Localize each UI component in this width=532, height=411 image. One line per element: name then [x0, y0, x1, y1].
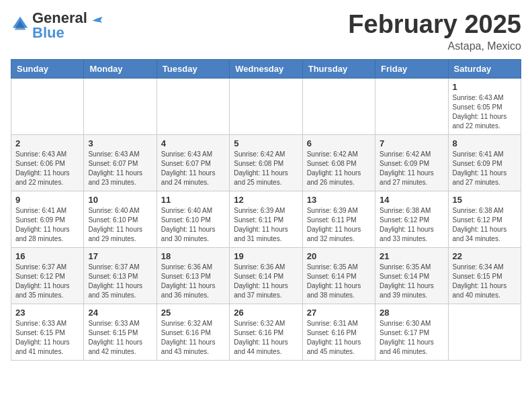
col-friday: Friday	[375, 59, 448, 78]
calendar-cell: 27Sunrise: 6:31 AM Sunset: 6:16 PM Dayli…	[302, 304, 375, 360]
page-header: General Blue February 2025 Astapa, Mexic…	[11, 11, 521, 52]
day-info: Sunrise: 6:42 AM Sunset: 6:08 PM Dayligh…	[234, 150, 298, 187]
calendar-cell	[375, 78, 448, 134]
day-info: Sunrise: 6:38 AM Sunset: 6:12 PM Dayligh…	[453, 206, 517, 244]
logo-icon	[11, 15, 30, 34]
day-number: 6	[307, 138, 371, 148]
calendar-cell	[84, 78, 157, 134]
calendar-cell: 4Sunrise: 6:43 AM Sunset: 6:07 PM Daylig…	[157, 134, 229, 191]
calendar-cell: 2Sunrise: 6:43 AM Sunset: 6:06 PM Daylig…	[11, 134, 84, 191]
day-info: Sunrise: 6:41 AM Sunset: 6:09 PM Dayligh…	[453, 150, 517, 187]
day-number: 25	[161, 308, 225, 318]
col-saturday: Saturday	[448, 59, 521, 78]
calendar-cell: 5Sunrise: 6:42 AM Sunset: 6:08 PM Daylig…	[230, 134, 302, 191]
day-info: Sunrise: 6:43 AM Sunset: 6:07 PM Dayligh…	[161, 150, 225, 187]
day-number: 27	[307, 308, 371, 318]
day-info: Sunrise: 6:30 AM Sunset: 6:17 PM Dayligh…	[380, 319, 443, 357]
day-number: 7	[380, 138, 443, 148]
day-number: 18	[161, 251, 225, 261]
day-number: 8	[453, 138, 517, 148]
col-monday: Monday	[84, 59, 157, 78]
day-number: 2	[15, 138, 79, 148]
day-info: Sunrise: 6:39 AM Sunset: 6:11 PM Dayligh…	[307, 206, 371, 244]
calendar-cell: 16Sunrise: 6:37 AM Sunset: 6:12 PM Dayli…	[11, 247, 84, 304]
day-info: Sunrise: 6:39 AM Sunset: 6:11 PM Dayligh…	[234, 206, 298, 244]
day-number: 5	[234, 138, 298, 148]
day-info: Sunrise: 6:40 AM Sunset: 6:10 PM Dayligh…	[161, 206, 225, 244]
day-info: Sunrise: 6:33 AM Sunset: 6:15 PM Dayligh…	[88, 319, 152, 357]
day-info: Sunrise: 6:37 AM Sunset: 6:12 PM Dayligh…	[15, 263, 79, 300]
col-sunday: Sunday	[11, 59, 84, 78]
location-subtitle: Astapa, Mexico	[348, 40, 521, 52]
calendar-cell: 11Sunrise: 6:40 AM Sunset: 6:10 PM Dayli…	[157, 191, 229, 247]
calendar-table: Sunday Monday Tuesday Wednesday Thursday…	[11, 59, 521, 361]
day-number: 10	[88, 195, 152, 205]
calendar-cell: 28Sunrise: 6:30 AM Sunset: 6:17 PM Dayli…	[375, 304, 448, 360]
day-info: Sunrise: 6:31 AM Sunset: 6:16 PM Dayligh…	[307, 319, 371, 357]
day-number: 12	[234, 195, 298, 205]
day-info: Sunrise: 6:32 AM Sunset: 6:16 PM Dayligh…	[234, 319, 298, 357]
calendar-cell	[157, 78, 229, 134]
day-info: Sunrise: 6:37 AM Sunset: 6:13 PM Dayligh…	[88, 263, 152, 300]
day-info: Sunrise: 6:32 AM Sunset: 6:16 PM Dayligh…	[161, 319, 225, 357]
day-info: Sunrise: 6:33 AM Sunset: 6:15 PM Dayligh…	[15, 319, 79, 357]
day-number: 13	[307, 195, 371, 205]
calendar-cell: 14Sunrise: 6:38 AM Sunset: 6:12 PM Dayli…	[375, 191, 448, 247]
logo-plane-icon	[91, 15, 103, 25]
day-info: Sunrise: 6:34 AM Sunset: 6:15 PM Dayligh…	[453, 263, 517, 300]
week-row-3: 9Sunrise: 6:41 AM Sunset: 6:09 PM Daylig…	[11, 191, 521, 247]
calendar-cell: 22Sunrise: 6:34 AM Sunset: 6:15 PM Dayli…	[448, 247, 521, 304]
day-number: 17	[88, 251, 152, 261]
day-number: 4	[161, 138, 225, 148]
week-row-2: 2Sunrise: 6:43 AM Sunset: 6:06 PM Daylig…	[11, 134, 521, 191]
calendar-cell: 9Sunrise: 6:41 AM Sunset: 6:09 PM Daylig…	[11, 191, 84, 247]
day-number: 28	[380, 308, 443, 318]
col-tuesday: Tuesday	[157, 59, 229, 78]
day-number: 9	[15, 195, 79, 205]
day-number: 3	[88, 138, 152, 148]
day-number: 22	[453, 251, 517, 261]
day-info: Sunrise: 6:35 AM Sunset: 6:14 PM Dayligh…	[307, 263, 371, 300]
calendar-cell: 23Sunrise: 6:33 AM Sunset: 6:15 PM Dayli…	[11, 304, 84, 360]
calendar-cell: 15Sunrise: 6:38 AM Sunset: 6:12 PM Dayli…	[448, 191, 521, 247]
day-number: 11	[161, 195, 225, 205]
day-number: 23	[15, 308, 79, 318]
calendar-cell: 1Sunrise: 6:43 AM Sunset: 6:05 PM Daylig…	[448, 78, 521, 134]
day-number: 15	[453, 195, 517, 205]
day-info: Sunrise: 6:35 AM Sunset: 6:14 PM Dayligh…	[380, 263, 443, 300]
day-info: Sunrise: 6:36 AM Sunset: 6:13 PM Dayligh…	[161, 263, 225, 300]
day-number: 16	[15, 251, 79, 261]
calendar-cell	[230, 78, 302, 134]
col-thursday: Thursday	[302, 59, 375, 78]
day-info: Sunrise: 6:43 AM Sunset: 6:06 PM Dayligh…	[15, 150, 79, 187]
day-info: Sunrise: 6:41 AM Sunset: 6:09 PM Dayligh…	[15, 206, 79, 244]
calendar-cell	[11, 78, 84, 134]
calendar-cell: 6Sunrise: 6:42 AM Sunset: 6:08 PM Daylig…	[302, 134, 375, 191]
month-year-title: February 2025	[348, 11, 521, 39]
day-number: 14	[380, 195, 443, 205]
day-info: Sunrise: 6:42 AM Sunset: 6:09 PM Dayligh…	[380, 150, 443, 187]
logo: General Blue	[11, 11, 103, 40]
day-info: Sunrise: 6:43 AM Sunset: 6:07 PM Dayligh…	[88, 150, 152, 187]
calendar-cell: 17Sunrise: 6:37 AM Sunset: 6:13 PM Dayli…	[84, 247, 157, 304]
day-number: 26	[234, 308, 298, 318]
day-number: 1	[453, 82, 517, 92]
calendar-cell: 3Sunrise: 6:43 AM Sunset: 6:07 PM Daylig…	[84, 134, 157, 191]
day-info: Sunrise: 6:42 AM Sunset: 6:08 PM Dayligh…	[307, 150, 371, 187]
day-info: Sunrise: 6:40 AM Sunset: 6:10 PM Dayligh…	[88, 206, 152, 244]
calendar-cell	[302, 78, 375, 134]
logo-blue: Blue	[32, 24, 64, 41]
calendar-header-row: Sunday Monday Tuesday Wednesday Thursday…	[11, 59, 521, 78]
calendar-cell: 25Sunrise: 6:32 AM Sunset: 6:16 PM Dayli…	[157, 304, 229, 360]
calendar-cell: 20Sunrise: 6:35 AM Sunset: 6:14 PM Dayli…	[302, 247, 375, 304]
calendar-cell: 12Sunrise: 6:39 AM Sunset: 6:11 PM Dayli…	[230, 191, 302, 247]
calendar-cell: 26Sunrise: 6:32 AM Sunset: 6:16 PM Dayli…	[230, 304, 302, 360]
calendar-cell: 13Sunrise: 6:39 AM Sunset: 6:11 PM Dayli…	[302, 191, 375, 247]
calendar-cell: 21Sunrise: 6:35 AM Sunset: 6:14 PM Dayli…	[375, 247, 448, 304]
day-info: Sunrise: 6:36 AM Sunset: 6:14 PM Dayligh…	[234, 263, 298, 300]
week-row-5: 23Sunrise: 6:33 AM Sunset: 6:15 PM Dayli…	[11, 304, 521, 360]
calendar-cell: 19Sunrise: 6:36 AM Sunset: 6:14 PM Dayli…	[230, 247, 302, 304]
day-number: 24	[88, 308, 152, 318]
calendar-cell: 10Sunrise: 6:40 AM Sunset: 6:10 PM Dayli…	[84, 191, 157, 247]
calendar-cell: 24Sunrise: 6:33 AM Sunset: 6:15 PM Dayli…	[84, 304, 157, 360]
